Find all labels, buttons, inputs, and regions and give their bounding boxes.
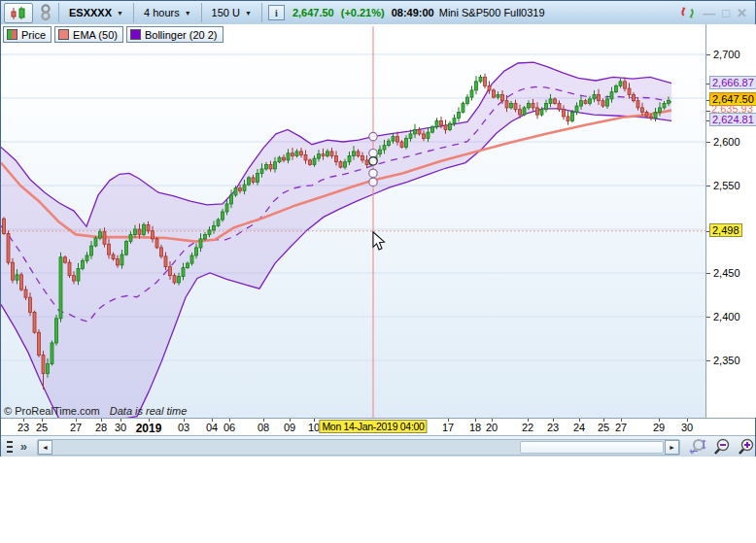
chart-type-button[interactable] bbox=[4, 3, 33, 23]
date-tick-label: 10 bbox=[308, 422, 320, 433]
date-tick-label: 17 bbox=[442, 422, 454, 433]
chart-svg bbox=[1, 24, 705, 418]
axis-tick bbox=[706, 273, 710, 274]
axis-tick bbox=[706, 142, 710, 143]
date-tick-label: 29 bbox=[653, 422, 665, 433]
link-charts-icon[interactable] bbox=[39, 3, 52, 22]
data-provider-note: © ProRealTime.comData is real time bbox=[4, 405, 187, 417]
price-tick-label: 2,450 bbox=[713, 267, 740, 279]
last-price: 2,647.50 bbox=[292, 7, 334, 18]
indicator-legend: Price EMA (50) Bollinger (20 2) bbox=[3, 26, 223, 43]
price-tag-band: 2,666.87 bbox=[709, 76, 756, 89]
zoom-in-icon[interactable] bbox=[737, 438, 755, 456]
price-tag-alert: 2,498 bbox=[709, 223, 742, 237]
date-tick-label: 25 bbox=[598, 422, 609, 433]
date-tick-label: 20 bbox=[486, 422, 498, 433]
screen: ESXXXX ▼ 4 hours ▼ 150 U ▼ i 2,647.50 (+… bbox=[0, 0, 756, 543]
separator bbox=[133, 3, 134, 22]
chart-window: ESXXXX ▼ 4 hours ▼ 150 U ▼ i 2,647.50 (+… bbox=[0, 0, 756, 458]
timeframe-dropdown[interactable]: 4 hours ▼ bbox=[140, 7, 195, 18]
price-tick-label: 2,350 bbox=[713, 355, 740, 366]
minimize-button[interactable]: — bbox=[703, 7, 715, 19]
scrollbar-thumb[interactable] bbox=[520, 441, 664, 454]
scroll-left-button[interactable]: ◄ bbox=[38, 440, 52, 455]
expand-toolbar-icon[interactable]: » bbox=[20, 441, 27, 453]
price-tick-label: 2,700 bbox=[713, 49, 740, 60]
bollinger-swatch-icon bbox=[130, 29, 141, 40]
date-tick-label: 28 bbox=[95, 422, 107, 433]
mouse-cursor-icon bbox=[373, 232, 385, 250]
bottom-toolbar: » ◄ ► bbox=[1, 435, 755, 458]
price-tick-label: 2,400 bbox=[713, 311, 740, 322]
date-tick-label: 25 bbox=[36, 422, 48, 433]
date-tick-label: 30 bbox=[115, 422, 126, 433]
date-tick-label: 18 bbox=[469, 422, 481, 433]
title-bar: ESXXXX ▼ 4 hours ▼ 150 U ▼ i 2,647.50 (+… bbox=[1, 1, 755, 25]
date-tick-label: 23 bbox=[547, 422, 559, 433]
zoom-controls bbox=[688, 438, 755, 456]
chart-area[interactable]: Price EMA (50) Bollinger (20 2) © ProRea… bbox=[1, 24, 705, 418]
quote-time: 08:49:00 bbox=[392, 7, 434, 18]
close-button[interactable]: ✕ bbox=[737, 7, 747, 19]
date-tick-label: 23 bbox=[17, 422, 29, 433]
date-tick-label: 08 bbox=[258, 422, 269, 433]
price-tick-label: 2,600 bbox=[713, 136, 740, 148]
copyright-text: © ProRealTime.com bbox=[4, 405, 100, 417]
separator bbox=[201, 3, 202, 22]
zoom-out-icon[interactable] bbox=[712, 438, 731, 456]
instrument-full-name: Mini S&P500 Full0319 bbox=[439, 7, 545, 18]
date-tick-label: 09 bbox=[284, 422, 295, 433]
info-icon[interactable]: i bbox=[268, 5, 285, 20]
range-label: 150 U bbox=[212, 7, 240, 18]
instrument-dropdown[interactable]: ESXXXX ▼ bbox=[65, 7, 127, 18]
axis-tick bbox=[706, 317, 710, 318]
date-tick-label: 30 bbox=[681, 422, 693, 433]
date-tick-label: 24 bbox=[573, 422, 585, 433]
legend-ema[interactable]: EMA (50) bbox=[54, 26, 123, 43]
legend-bollinger[interactable]: Bollinger (20 2) bbox=[126, 26, 223, 43]
axis-tick bbox=[706, 54, 710, 55]
date-tick-label: 2019 bbox=[136, 422, 162, 435]
legend-ema-label: EMA (50) bbox=[73, 29, 118, 41]
separator bbox=[261, 3, 262, 22]
axis-tick bbox=[706, 360, 710, 361]
legend-bollinger-label: Bollinger (20 2) bbox=[145, 29, 218, 41]
legend-price[interactable]: Price bbox=[3, 26, 52, 43]
realtime-note: Data is real time bbox=[110, 405, 187, 417]
axis-tick bbox=[706, 186, 710, 187]
price-tick-label: 2,550 bbox=[713, 180, 740, 191]
price-swatch-icon bbox=[7, 29, 17, 40]
timeframe-label: 4 hours bbox=[144, 7, 180, 18]
date-tick-label: 06 bbox=[223, 422, 235, 433]
candlestick-icon bbox=[10, 6, 27, 20]
date-tick-label: 27 bbox=[615, 422, 627, 433]
date-tick-label: 04 bbox=[206, 422, 218, 433]
date-tick-label: 22 bbox=[522, 422, 533, 433]
chevron-down-icon: ▼ bbox=[117, 10, 123, 17]
chevron-down-icon: ▼ bbox=[185, 10, 191, 17]
menu-icon[interactable] bbox=[7, 441, 13, 453]
price-tag-band: 2,624.81 bbox=[709, 113, 756, 126]
refresh-icon[interactable] bbox=[679, 5, 696, 20]
price-change: (+0.21%) bbox=[341, 7, 385, 18]
chevron-down-icon: ▼ bbox=[245, 10, 252, 17]
maximize-button[interactable]: □ bbox=[722, 7, 730, 19]
date-tick-label: 27 bbox=[70, 422, 82, 433]
scroll-right-button[interactable]: ► bbox=[665, 440, 679, 455]
empty-space bbox=[0, 457, 756, 543]
ema-swatch-icon bbox=[58, 29, 69, 40]
crosshair-date-tag: Mon 14-Jan-2019 04:00 bbox=[319, 420, 427, 433]
zoom-fit-icon[interactable] bbox=[688, 438, 706, 456]
instrument-label: ESXXXX bbox=[69, 7, 112, 18]
price-axis[interactable]: 2,7002,6002,5502,4502,4002,3502,666.872,… bbox=[705, 24, 756, 418]
window-controls: — □ ✕ bbox=[679, 5, 755, 20]
chart-scrollbar[interactable]: ◄ ► bbox=[37, 439, 680, 456]
range-dropdown[interactable]: 150 U ▼ bbox=[208, 7, 256, 18]
legend-price-label: Price bbox=[21, 29, 46, 41]
date-tick-label: 03 bbox=[178, 422, 189, 433]
separator bbox=[58, 3, 59, 22]
time-axis[interactable]: 2325272830201903040608091017182022232425… bbox=[1, 418, 755, 436]
